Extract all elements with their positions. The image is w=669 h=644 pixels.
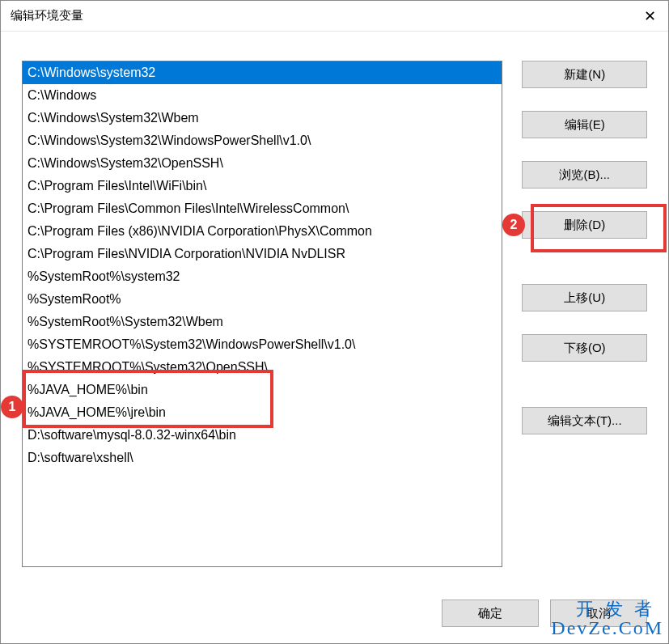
close-button[interactable]: ✕: [631, 1, 668, 32]
side-buttons: 新建(N) 编辑(E) 浏览(B)... 删除(D) 上移(U) 下移(O) 编…: [522, 61, 647, 567]
ok-button[interactable]: 确定: [442, 600, 539, 627]
dialog-window: 编辑环境变量 ✕ C:\Windows\system32C:\WindowsC:…: [0, 0, 669, 644]
browse-button[interactable]: 浏览(B)...: [522, 161, 647, 189]
list-item[interactable]: %SystemRoot%: [23, 288, 502, 311]
path-listbox[interactable]: C:\Windows\system32C:\WindowsC:\Windows\…: [22, 61, 502, 567]
list-item[interactable]: D:\software\mysql-8.0.32-winx64\bin: [23, 424, 502, 447]
list-item[interactable]: C:\Windows\System32\OpenSSH\: [23, 152, 502, 175]
dialog-body: C:\Windows\system32C:\WindowsC:\Windows\…: [1, 32, 668, 643]
move-up-button[interactable]: 上移(U): [522, 284, 647, 311]
new-button[interactable]: 新建(N): [522, 61, 647, 88]
list-item[interactable]: %JAVA_HOME%\jre\bin: [23, 401, 502, 424]
delete-button[interactable]: 删除(D): [522, 211, 647, 239]
list-item[interactable]: C:\Program Files\NVIDIA Corporation\NVID…: [23, 243, 502, 265]
list-item[interactable]: D:\software\xshell\: [23, 447, 502, 469]
list-item[interactable]: %SYSTEMROOT%\System32\OpenSSH\: [23, 356, 502, 379]
close-icon: ✕: [644, 7, 656, 25]
list-item[interactable]: C:\Windows\System32\WindowsPowerShell\v1…: [23, 129, 502, 152]
edit-text-button[interactable]: 编辑文本(T)...: [522, 407, 647, 434]
window-title: 编辑环境变量: [11, 8, 83, 23]
list-item[interactable]: C:\Program Files\Intel\WiFi\bin\: [23, 175, 502, 197]
titlebar: 编辑环境变量 ✕: [1, 1, 668, 32]
list-item[interactable]: %SystemRoot%\System32\Wbem: [23, 311, 502, 333]
list-item[interactable]: C:\Program Files (x86)\NVIDIA Corporatio…: [23, 220, 502, 243]
list-item[interactable]: %JAVA_HOME%\bin: [23, 379, 502, 401]
footer-buttons: 确定 取消: [442, 600, 647, 627]
list-item[interactable]: C:\Program Files\Common Files\Intel\Wire…: [23, 197, 502, 220]
list-item[interactable]: C:\Windows\System32\Wbem: [23, 107, 502, 129]
cancel-button[interactable]: 取消: [550, 600, 647, 627]
list-item[interactable]: C:\Windows: [23, 84, 502, 107]
edit-button[interactable]: 编辑(E): [522, 111, 647, 138]
move-down-button[interactable]: 下移(O): [522, 334, 647, 362]
list-item[interactable]: %SystemRoot%\system32: [23, 265, 502, 288]
content-area: C:\Windows\system32C:\WindowsC:\Windows\…: [22, 61, 647, 567]
list-item[interactable]: %SYSTEMROOT%\System32\WindowsPowerShell\…: [23, 333, 502, 356]
list-item[interactable]: C:\Windows\system32: [23, 61, 502, 84]
